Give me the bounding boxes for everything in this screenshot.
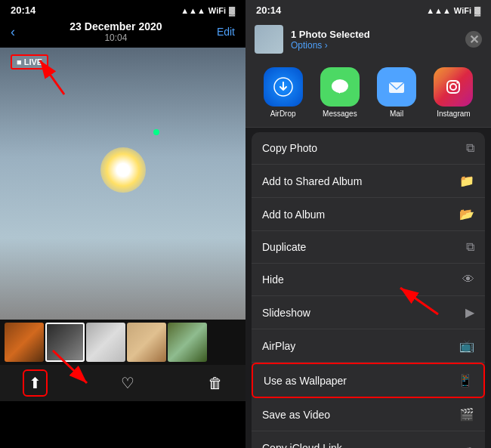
airdrop-label: AirDrop <box>270 110 296 118</box>
duplicate-label: Duplicate <box>262 241 306 253</box>
date-title: 23 December 2020 10:04 <box>15 20 217 43</box>
svg-point-9 <box>450 84 456 90</box>
status-icons-left: ▲▲▲ WiFi ▓ <box>181 6 235 15</box>
menu-item-airplay[interactable]: AirPlay 📺 <box>252 329 485 363</box>
slideshow-label: Slideshow <box>262 307 310 319</box>
options-link[interactable]: Options › <box>291 40 458 51</box>
save-video-icon: 🎬 <box>459 407 474 422</box>
instagram-icon <box>434 67 473 107</box>
wallpaper-icon: 📱 <box>458 373 473 388</box>
menu-item-add-shared[interactable]: Add to Shared Album 📁 <box>252 165 485 198</box>
copy-photo-label: Copy Photo <box>262 142 317 154</box>
thumb-2-selected[interactable] <box>45 323 85 362</box>
bottom-toolbar: ⬆ ♡ 🗑 <box>0 365 246 401</box>
phone-right: 20:14 ▲▲▲ WiFi ▓ 1 Photo Selected Option… <box>246 0 491 448</box>
green-dot <box>153 129 159 135</box>
thumbnail-strip <box>0 320 246 365</box>
mail-icon <box>377 67 416 107</box>
close-share-button[interactable]: ✕ <box>465 31 482 48</box>
battery-icon: ▓ <box>229 6 235 15</box>
status-bar-right: 20:14 ▲▲▲ WiFi ▓ <box>246 0 491 19</box>
heart-button[interactable]: ♡ <box>121 374 134 392</box>
share-header: 1 Photo Selected Options › ✕ <box>246 19 491 60</box>
copy-photo-icon: ⧉ <box>466 141 474 155</box>
menu-item-hide[interactable]: Hide 👁 <box>252 264 485 296</box>
add-shared-icon: 📁 <box>459 174 474 188</box>
date-text: 23 December 2020 <box>15 20 217 32</box>
menu-item-icloud-link[interactable]: Copy iCloud Link ☁ <box>252 431 485 448</box>
hide-icon: 👁 <box>462 273 474 286</box>
mail-label: Mail <box>390 110 403 118</box>
share-header-info: 1 Photo Selected Options › <box>291 29 458 51</box>
time-left: 20:14 <box>11 5 36 16</box>
menu-item-wallpaper[interactable]: Use as Wallpaper 📱 <box>252 363 485 398</box>
menu-list: Copy Photo ⧉ Add to Shared Album 📁 Add t… <box>246 128 491 448</box>
icloud-link-label: Copy iCloud Link <box>262 442 342 449</box>
slideshow-icon: ▶ <box>465 305 474 320</box>
messages-icon <box>320 67 360 107</box>
phone-left: 20:14 ▲▲▲ WiFi ▓ ‹ 23 December 2020 10:0… <box>0 0 246 448</box>
app-icon-instagram[interactable]: Instagram <box>434 67 473 118</box>
status-icons-right: ▲▲▲ WiFi ▓ <box>426 6 480 15</box>
instagram-label: Instagram <box>437 110 470 118</box>
svg-point-10 <box>457 82 459 83</box>
icloud-link-icon: ☁ <box>462 440 474 448</box>
time-right: 20:14 <box>256 5 281 16</box>
menu-item-slideshow[interactable]: Slideshow ▶ <box>252 296 485 329</box>
status-bar-left: 20:14 ▲▲▲ WiFi ▓ <box>0 0 246 19</box>
thumb-1[interactable] <box>5 323 44 362</box>
airdrop-icon <box>264 67 303 107</box>
app-icon-mail[interactable]: Mail <box>377 67 416 118</box>
app-icons-row: AirDrop Messages Mail Instagram <box>246 60 491 128</box>
edit-button[interactable]: Edit <box>217 26 235 38</box>
signal-icon-right: ▲▲▲ <box>426 6 451 15</box>
thumb-3[interactable] <box>86 323 125 362</box>
photo-header: ‹ 23 December 2020 10:04 Edit <box>0 19 246 48</box>
save-video-label: Save as Video <box>262 409 330 421</box>
signal-icon: ▲▲▲ <box>181 6 205 15</box>
app-icon-messages[interactable]: Messages <box>320 67 360 118</box>
airplay-icon: 📺 <box>459 338 474 353</box>
selected-count-text: 1 Photo Selected <box>291 29 458 40</box>
photo-thumbnail-small <box>255 25 283 54</box>
messages-label: Messages <box>323 110 357 118</box>
share-button[interactable]: ⬆ <box>23 369 48 397</box>
wallpaper-label: Use as Wallpaper <box>264 375 347 387</box>
menu-item-copy-photo[interactable]: Copy Photo ⧉ <box>252 132 485 165</box>
airplay-label: AirPlay <box>262 340 295 352</box>
wifi-icon-right: WiFi <box>454 6 471 15</box>
svg-point-5 <box>332 79 348 93</box>
hide-label: Hide <box>262 273 284 286</box>
live-badge[interactable]: ■ LIVE <box>11 54 48 70</box>
menu-section: Copy Photo ⧉ Add to Shared Album 📁 Add t… <box>252 132 485 448</box>
thumb-5[interactable] <box>168 323 207 362</box>
battery-icon-right: ▓ <box>474 6 480 15</box>
menu-item-add-album[interactable]: Add to Album 📂 <box>252 198 485 231</box>
add-shared-label: Add to Shared Album <box>262 175 362 187</box>
add-album-icon: 📂 <box>459 207 474 221</box>
duplicate-icon: ⧉ <box>466 240 474 254</box>
sun-glow <box>100 147 146 193</box>
main-photo[interactable] <box>0 48 246 320</box>
delete-button[interactable]: 🗑 <box>208 375 223 392</box>
time-text: 10:04 <box>15 32 217 43</box>
app-icon-airdrop[interactable]: AirDrop <box>264 67 303 118</box>
menu-item-duplicate[interactable]: Duplicate ⧉ <box>252 231 485 264</box>
wifi-icon: WiFi <box>208 6 226 15</box>
menu-item-save-video[interactable]: Save as Video 🎬 <box>252 398 485 431</box>
thumb-4[interactable] <box>127 323 166 362</box>
add-album-label: Add to Album <box>262 209 325 221</box>
